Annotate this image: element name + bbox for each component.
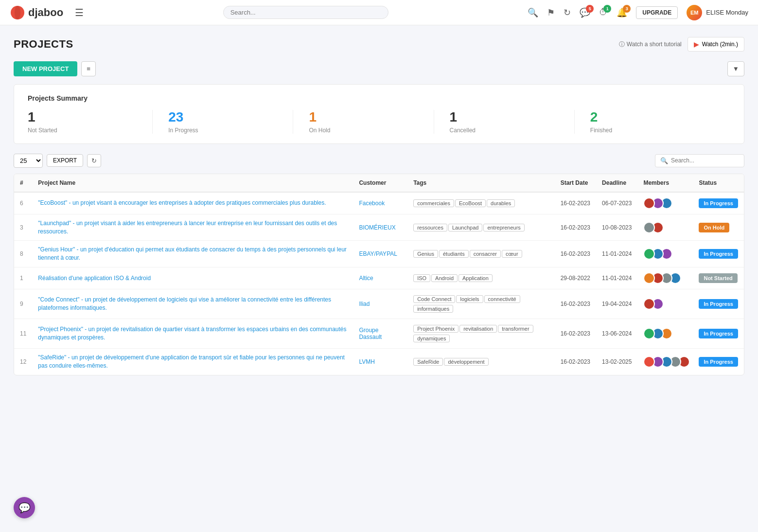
share-icon-wrap[interactable]: ↻ — [564, 7, 571, 18]
search-icon[interactable]: 🔍 — [528, 8, 538, 18]
column-header: Status — [693, 174, 744, 192]
customer-link[interactable]: LVMH — [359, 358, 374, 365]
filter-button[interactable]: ▼ — [727, 61, 744, 76]
share-icon[interactable]: ↻ — [564, 8, 571, 18]
customer-link[interactable]: Iliad — [359, 301, 370, 307]
project-name-cell: "Project Phoenix" - un projet de revital… — [32, 319, 353, 348]
user-name: ELISE Monday — [706, 9, 748, 16]
project-name-cell: Réalisation d'une application ISO & Andr… — [32, 267, 353, 289]
watch-button[interactable]: ▶ Watch (2min.) — [687, 37, 744, 52]
stat-number: 23 — [168, 110, 277, 125]
project-name-cell: "SafeRide" - un projet de développement … — [32, 348, 353, 374]
table-row[interactable]: 8"Genius Hour" - un projet d'éducation q… — [14, 241, 744, 267]
table-row[interactable]: 1Réalisation d'une application ISO & And… — [14, 267, 744, 289]
project-name-cell: "Launchpad" - un projet visant à aider l… — [32, 214, 353, 241]
refresh-button[interactable]: ↻ — [87, 154, 101, 167]
deadline-cell: 13-06-2024 — [596, 319, 637, 348]
status-badge: In Progress — [699, 249, 738, 259]
logo-text: djaboo — [28, 6, 63, 19]
customer-link[interactable]: Altice — [359, 275, 373, 282]
customer-link[interactable]: Groupe Dassault — [359, 327, 382, 340]
project-name-link[interactable]: "Launchpad" - un projet visant à aider l… — [38, 220, 337, 235]
status-cell: In Progress — [693, 289, 744, 319]
stat-label: Cancelled — [450, 127, 559, 134]
table-row[interactable]: 11"Project Phoenix" - un projet de revit… — [14, 319, 744, 348]
table-search-input[interactable] — [671, 157, 739, 164]
members-cell — [637, 289, 693, 319]
export-button[interactable]: EXPORT — [47, 154, 83, 167]
start-date-cell: 16-02-2023 — [555, 241, 596, 267]
activity-icon-wrap[interactable]: ⏱ 1 — [599, 7, 608, 18]
play-icon: ▶ — [694, 40, 699, 48]
project-name-link[interactable]: "Code Connect" - un projet de développem… — [38, 296, 331, 311]
table-toolbar: 25 50 100 EXPORT ↻ 🔍 — [14, 154, 744, 168]
customer-cell: LVMH — [353, 348, 407, 374]
messages-icon-wrap[interactable]: 💬 5 — [580, 7, 590, 18]
hamburger-icon[interactable]: ☰ — [75, 7, 84, 18]
start-date-cell: 16-02-2023 — [555, 214, 596, 241]
table-row[interactable]: 9"Code Connect" - un projet de développe… — [14, 289, 744, 319]
customer-link[interactable]: EBAY/PAYPAL — [359, 250, 397, 257]
table-search-icon: 🔍 — [660, 157, 668, 164]
row-number: 12 — [14, 348, 32, 374]
tutorial-link[interactable]: ⓘ Watch a short tutorial — [619, 40, 682, 49]
tag: entrepreneurs — [483, 224, 525, 231]
header-actions: ⓘ Watch a short tutorial ▶ Watch (2min.) — [619, 37, 744, 52]
tag: ressources — [413, 224, 447, 231]
tag: Launchpad — [448, 224, 482, 231]
search-input[interactable] — [230, 9, 381, 16]
status-badge: Not Started — [699, 273, 737, 283]
customer-link[interactable]: Facebook — [359, 200, 385, 207]
table-row[interactable]: 3"Launchpad" - un projet visant à aider … — [14, 214, 744, 241]
tag: commerciales — [413, 199, 454, 207]
tag: dynamiques — [413, 335, 450, 342]
summary-title: Projects Summary — [28, 94, 730, 102]
tag: ISO — [413, 274, 430, 282]
table-row[interactable]: 6"EcoBoost" - un projet visant à encoura… — [14, 192, 744, 214]
tag: consacrer — [470, 250, 501, 258]
deadline-cell: 06-07-2023 — [596, 192, 637, 214]
customer-cell: EBAY/PAYPAL — [353, 241, 407, 267]
project-name-link[interactable]: "Project Phoenix" - un projet de revital… — [38, 326, 346, 341]
project-name-link[interactable]: "Genius Hour" - un projet d'éducation qu… — [38, 246, 347, 261]
table-search[interactable]: 🔍 — [655, 154, 744, 167]
table-row[interactable]: 12"SafeRide" - un projet de développemen… — [14, 348, 744, 374]
list-view-button[interactable]: ≡ — [81, 61, 96, 76]
project-name-cell: "Genius Hour" - un projet d'éducation qu… — [32, 241, 353, 267]
table-body: 6"EcoBoost" - un projet visant à encoura… — [14, 192, 744, 375]
flag-icon[interactable]: ⚑ — [547, 8, 555, 18]
table: #Project NameCustomerTagsStart DateDeadl… — [14, 174, 744, 375]
tags-cell: ISOAndroidApplication — [407, 267, 555, 289]
search-bar[interactable] — [223, 6, 388, 19]
column-header: Customer — [353, 174, 407, 192]
project-name-link[interactable]: "SafeRide" - un projet de développement … — [38, 354, 345, 369]
status-cell: Not Started — [693, 267, 744, 289]
tag: cœur — [502, 250, 522, 258]
toolbar: NEW PROJECT ≡ ▼ — [14, 61, 744, 76]
members-cell — [637, 192, 693, 214]
avatar: EM — [687, 5, 702, 20]
tag: Project Phoenix — [413, 325, 458, 333]
start-date-cell: 16-02-2023 — [555, 319, 596, 348]
logo[interactable]: djaboo — [10, 5, 63, 20]
stat-item: 2 Finished — [590, 110, 715, 134]
status-cell: In Progress — [693, 319, 744, 348]
project-name-cell: "EcoBoost" - un projet visant à encourag… — [32, 192, 353, 214]
search-nav-icon-wrap[interactable]: 🔍 — [528, 7, 538, 18]
new-project-button[interactable]: NEW PROJECT — [14, 61, 77, 76]
flag-icon-wrap[interactable]: ⚑ — [547, 7, 555, 18]
member-avatar[interactable] — [643, 222, 655, 233]
customer-link[interactable]: BIOMÉRIEUX — [359, 224, 395, 231]
stat-item: 1 On Hold — [309, 110, 434, 134]
tag: revitalisation — [459, 325, 497, 333]
page-header: PROJECTS ⓘ Watch a short tutorial ▶ Watc… — [14, 37, 744, 52]
project-name-link[interactable]: "EcoBoost" - un projet visant à encourag… — [38, 199, 326, 206]
project-name-link[interactable]: Réalisation d'une application ISO & Andr… — [38, 275, 151, 282]
filter-icon: ▼ — [733, 65, 739, 72]
tag: informatiques — [413, 305, 453, 313]
user-section[interactable]: EM ELISE Monday — [687, 5, 748, 20]
notifications-icon-wrap[interactable]: 🔔 3 — [617, 7, 627, 18]
customer-cell: Groupe Dassault — [353, 319, 407, 348]
page-size-select[interactable]: 25 50 100 — [14, 154, 43, 168]
upgrade-button[interactable]: UPGRADE — [636, 6, 678, 19]
